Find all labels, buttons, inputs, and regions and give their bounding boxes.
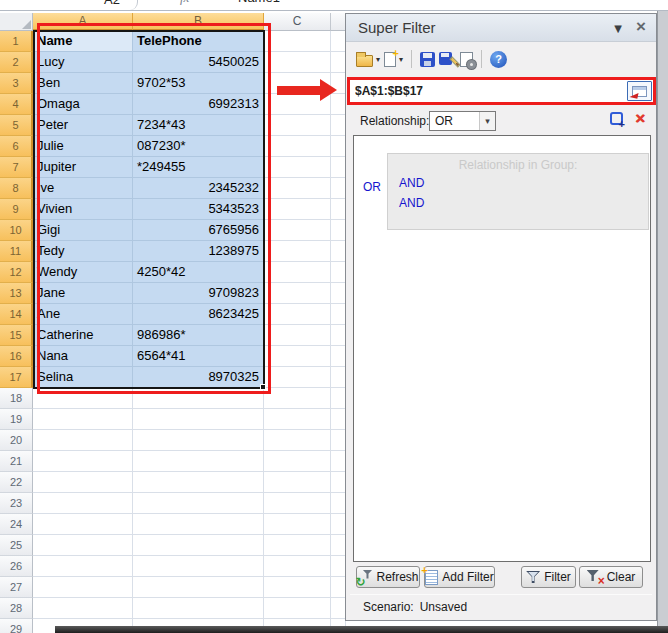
cell-B22[interactable] <box>133 472 264 493</box>
open-scenario-dropdown-icon[interactable]: ▾ <box>376 55 380 64</box>
cell-B24[interactable] <box>133 514 264 535</box>
row-header-2[interactable]: 2 <box>0 52 33 73</box>
row-header-7[interactable]: 7 <box>0 157 33 178</box>
row-header-26[interactable]: 26 <box>0 556 33 577</box>
cell-partial28[interactable] <box>331 598 346 619</box>
cell-C20[interactable] <box>264 430 331 451</box>
cell-B4[interactable]: 6992313 <box>133 94 264 115</box>
cell-A6[interactable]: Julie <box>33 136 133 157</box>
cell-B14[interactable]: 8623425 <box>133 304 264 325</box>
cell-C16[interactable] <box>264 346 331 367</box>
open-scenario-button[interactable]: ▾ <box>356 52 380 67</box>
cell-A9[interactable]: Vivien <box>33 199 133 220</box>
group-and-link[interactable]: AND <box>399 196 424 210</box>
cell-partial26[interactable] <box>331 556 346 577</box>
cell-B25[interactable] <box>133 535 264 556</box>
cell-C9[interactable] <box>264 199 331 220</box>
cell-C2[interactable] <box>264 52 331 73</box>
row-header-20[interactable]: 20 <box>0 430 33 451</box>
cell-A18[interactable] <box>33 388 133 409</box>
row-header-19[interactable]: 19 <box>0 409 33 430</box>
cell-partial16[interactable] <box>331 346 346 367</box>
new-scenario-button[interactable]: + ▾ <box>384 52 403 67</box>
cell-A10[interactable]: Gigi <box>33 220 133 241</box>
group-and-link[interactable]: AND <box>399 176 424 190</box>
cell-partial11[interactable] <box>331 241 346 262</box>
cell-A4[interactable]: Omaga <box>33 94 133 115</box>
clear-button[interactable]: × Clear <box>579 566 643 588</box>
cell-partial13[interactable] <box>331 283 346 304</box>
cell-A15[interactable]: Catherine <box>33 325 133 346</box>
cell-A13[interactable]: Jane <box>33 283 133 304</box>
add-group-button[interactable]: + <box>610 112 623 125</box>
help-button[interactable]: ? <box>490 51 507 68</box>
cell-partial18[interactable] <box>331 388 346 409</box>
cell-C23[interactable] <box>264 493 331 514</box>
cell-B1[interactable]: TelePhone <box>133 31 264 52</box>
cell-partial1[interactable] <box>331 31 346 52</box>
cell-C19[interactable] <box>264 409 331 430</box>
cell-C11[interactable] <box>264 241 331 262</box>
row-header-4[interactable]: 4 <box>0 94 33 115</box>
row-header-1[interactable]: 1 <box>0 31 33 52</box>
cell-C24[interactable] <box>264 514 331 535</box>
new-scenario-dropdown-icon[interactable]: ▾ <box>399 55 403 64</box>
cell-B23[interactable] <box>133 493 264 514</box>
cell-A14[interactable]: Ane <box>33 304 133 325</box>
cell-partial25[interactable] <box>331 535 346 556</box>
cell-A12[interactable]: Wendy <box>33 262 133 283</box>
row-header-14[interactable]: 14 <box>0 304 33 325</box>
delete-group-icon[interactable]: × <box>635 109 645 129</box>
cell-A19[interactable] <box>33 409 133 430</box>
cell-C13[interactable] <box>264 283 331 304</box>
cell-C1[interactable] <box>264 31 331 52</box>
cell-A27[interactable] <box>33 577 133 598</box>
cell-B26[interactable] <box>133 556 264 577</box>
range-input[interactable] <box>350 80 627 102</box>
cell-partial14[interactable] <box>331 304 346 325</box>
panel-close-icon[interactable]: × <box>636 17 646 37</box>
cell-A21[interactable] <box>33 451 133 472</box>
cell-B10[interactable]: 6765956 <box>133 220 264 241</box>
cell-A22[interactable] <box>33 472 133 493</box>
cell-A16[interactable]: Nana <box>33 346 133 367</box>
cell-partial23[interactable] <box>331 493 346 514</box>
cell-B2[interactable]: 5450025 <box>133 52 264 73</box>
cell-B3[interactable]: 9702*53 <box>133 73 264 94</box>
row-header-6[interactable]: 6 <box>0 136 33 157</box>
cell-C26[interactable] <box>264 556 331 577</box>
cell-C22[interactable] <box>264 472 331 493</box>
row-header-21[interactable]: 21 <box>0 451 33 472</box>
cell-partial27[interactable] <box>331 577 346 598</box>
column-header-B[interactable]: B <box>133 13 264 31</box>
save-scenario-button[interactable] <box>420 52 435 67</box>
combo-dropdown-icon[interactable]: ▾ <box>479 112 495 130</box>
cell-C21[interactable] <box>264 451 331 472</box>
cell-partial17[interactable] <box>331 367 346 388</box>
panel-menu-chevron-icon[interactable]: ▼ <box>614 23 622 34</box>
cell-C17[interactable] <box>264 367 331 388</box>
window-scrollbar-strip[interactable] <box>657 11 668 633</box>
cell-partial22[interactable] <box>331 472 346 493</box>
cell-C27[interactable] <box>264 577 331 598</box>
cell-A24[interactable] <box>33 514 133 535</box>
cell-C6[interactable] <box>264 136 331 157</box>
cell-C12[interactable] <box>264 262 331 283</box>
cell-A20[interactable] <box>33 430 133 451</box>
cell-A1[interactable]: Name <box>33 31 133 52</box>
cell-A8[interactable]: Ive <box>33 178 133 199</box>
cell-B27[interactable] <box>133 577 264 598</box>
filter-conditions-area[interactable]: OR Relationship in Group: AND AND <box>353 135 651 562</box>
cell-partial6[interactable] <box>331 136 346 157</box>
cell-partial10[interactable] <box>331 220 346 241</box>
cell-A7[interactable]: Jupiter <box>33 157 133 178</box>
cell-C14[interactable] <box>264 304 331 325</box>
cell-B20[interactable] <box>133 430 264 451</box>
cell-A25[interactable] <box>33 535 133 556</box>
select-all-corner[interactable] <box>0 13 33 31</box>
cell-A3[interactable]: Ben <box>33 73 133 94</box>
cell-partial2[interactable] <box>331 52 346 73</box>
range-picker-button[interactable] <box>627 81 652 101</box>
cell-partial15[interactable] <box>331 325 346 346</box>
cell-partial24[interactable] <box>331 514 346 535</box>
